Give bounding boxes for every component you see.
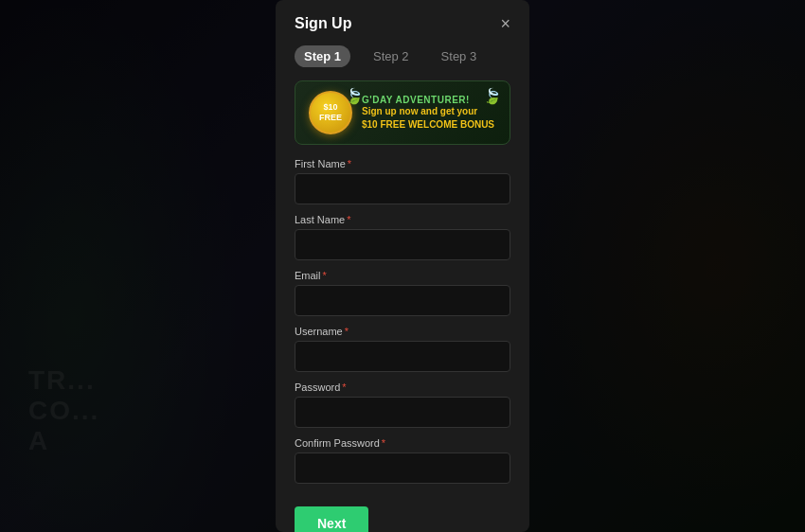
promo-text: G'DAY ADVENTURER! Sign up now and get yo… [362,95,496,132]
required-star: * [345,326,349,337]
email-label: Email* [295,270,510,281]
required-star: * [382,437,385,449]
required-star: * [323,270,327,281]
step-3[interactable]: Step 3 [432,45,487,67]
required-star: * [347,214,350,225]
promo-title: G'DAY ADVENTURER! [362,95,496,105]
last-name-input[interactable] [295,229,510,260]
leaf-right-icon: 🍃 [483,87,502,105]
promo-subtitle-bold: $10 FREE WELCOME BONUS [362,119,494,130]
username-input[interactable] [295,341,510,372]
next-button[interactable]: Next [295,506,368,532]
first-name-group: First Name* [295,158,510,204]
email-input[interactable] [295,285,510,316]
promo-banner: 🍃 $10FREE G'DAY ADVENTURER! Sign up now … [295,80,510,145]
username-label: Username* [295,326,510,337]
promo-subtitle-plain: Sign up now and get your [362,106,477,116]
required-star: * [348,158,351,169]
confirm-password-label: Confirm Password* [295,437,510,449]
confirm-password-group: Confirm Password* [295,437,510,484]
modal-header: Sign Up × [295,15,510,32]
steps-container: Step 1 Step 2 Step 3 [295,45,510,67]
password-group: Password* [295,381,510,428]
first-name-label: First Name* [295,158,510,169]
confirm-password-input[interactable] [295,452,510,484]
last-name-group: Last Name* [295,214,510,260]
modal-title: Sign Up [295,15,351,32]
leaf-left-icon: 🍃 [345,87,364,105]
signup-modal: Sign Up × Step 1 Step 2 Step 3 🍃 $10FREE… [276,0,529,532]
email-group: Email* [295,270,510,316]
last-name-label: Last Name* [295,214,510,225]
required-star: * [342,381,346,393]
modal-backdrop: Sign Up × Step 1 Step 2 Step 3 🍃 $10FREE… [0,0,805,532]
step-1[interactable]: Step 1 [295,45,350,67]
username-group: Username* [295,326,510,372]
step-2[interactable]: Step 2 [364,45,419,67]
password-label: Password* [295,381,510,393]
password-input[interactable] [295,397,510,428]
promo-subtitle: Sign up now and get your $10 FREE WELCOM… [362,105,496,132]
first-name-input[interactable] [295,173,510,204]
close-button[interactable]: × [500,15,510,32]
